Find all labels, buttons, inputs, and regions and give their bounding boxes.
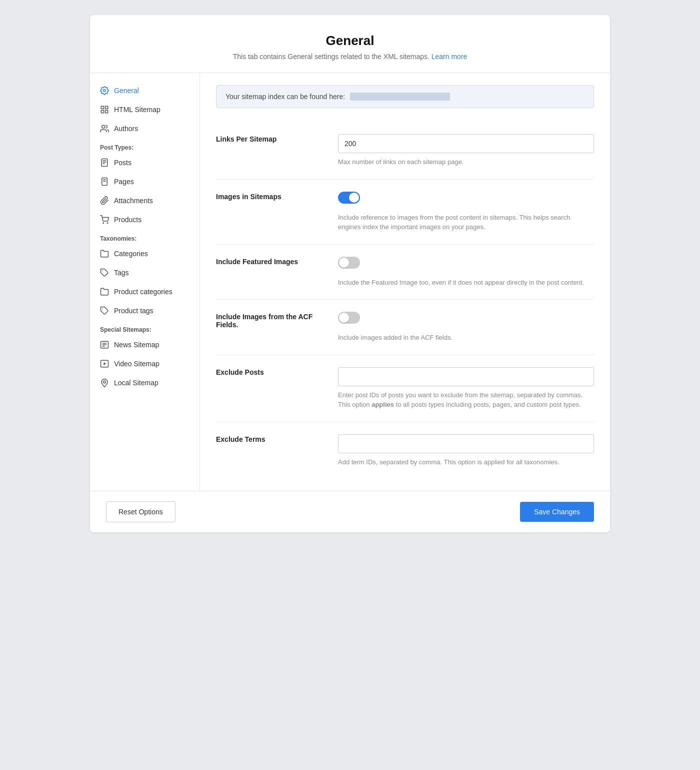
include-featured-images-hint: Include the Featured Image too, even if … [338, 278, 594, 288]
links-per-sitemap-control: Max number of links on each sitemap page… [338, 134, 594, 167]
sitemap-url-label: Your sitemap index can be found here: [226, 93, 345, 101]
svg-rect-2 [106, 106, 108, 109]
taxonomies-section-label: Taxonomies: [90, 229, 200, 244]
sidebar-item-label: Local Sitemap [114, 379, 158, 387]
document-icon [100, 158, 109, 167]
images-in-sitemaps-row: Images in Sitemaps Include reference to … [216, 180, 594, 245]
pages-icon [100, 177, 109, 186]
sidebar-item-label: Attachments [114, 197, 153, 205]
include-images-acf-label: Include Images from the ACF Fields. [216, 312, 326, 329]
product-tag-icon [100, 306, 109, 315]
sidebar-item-categories[interactable]: Categories [90, 244, 200, 263]
sidebar-item-products[interactable]: Products [90, 210, 200, 229]
sidebar-item-news-sitemap[interactable]: News Sitemap [90, 335, 200, 354]
toggle-track [338, 257, 360, 269]
links-per-sitemap-row: Links Per Sitemap Max number of links on… [216, 122, 594, 180]
images-in-sitemaps-control: Include reference to images from the pos… [338, 192, 594, 232]
links-per-sitemap-hint: Max number of links on each sitemap page… [338, 157, 594, 167]
save-changes-button[interactable]: Save Changes [520, 502, 594, 522]
pin-icon [100, 378, 109, 387]
sidebar-item-label: HTML Sitemap [114, 106, 160, 114]
sidebar-item-label: Tags [114, 269, 129, 277]
toggle-thumb [349, 193, 359, 203]
subtitle-text: This tab contains General settings relat… [233, 53, 430, 61]
sidebar-item-label: Products [114, 216, 142, 224]
learn-more-link[interactable]: Learn more [432, 53, 468, 61]
sidebar-item-posts[interactable]: Posts [90, 153, 200, 172]
svg-point-14 [107, 223, 108, 224]
include-featured-images-control: Include the Featured Image too, even if … [338, 257, 594, 288]
sitemap-url-bar: Your sitemap index can be found here: [216, 85, 594, 108]
folder-icon [100, 249, 109, 258]
sidebar-item-label: Posts [114, 159, 132, 167]
exclude-posts-label: Exclude Posts [216, 367, 326, 376]
svg-rect-4 [106, 111, 108, 113]
sidebar-item-tags[interactable]: Tags [90, 263, 200, 282]
tag-icon [100, 268, 109, 277]
sidebar: General HTML Sitemap [90, 73, 200, 491]
cart-icon [100, 215, 109, 224]
exclude-posts-input[interactable] [338, 367, 594, 386]
gear-icon [100, 86, 109, 95]
sidebar-item-pages[interactable]: Pages [90, 172, 200, 191]
exclude-posts-control: Enter post IDs of posts you want to excl… [338, 367, 594, 410]
include-images-acf-row: Include Images from the ACF Fields. Incl… [216, 300, 594, 355]
sidebar-item-product-categories[interactable]: Product categories [90, 282, 200, 301]
exclude-terms-hint: Add term IDs, separated by comma. This o… [338, 457, 594, 467]
sidebar-item-video-sitemap[interactable]: Video Sitemap [90, 354, 200, 373]
include-images-acf-toggle[interactable] [338, 312, 360, 324]
images-in-sitemaps-toggle[interactable] [338, 192, 360, 204]
sidebar-item-label: Product tags [114, 307, 154, 315]
post-types-section-label: Post Types: [90, 138, 200, 153]
exclude-terms-control: Add term IDs, separated by comma. This o… [338, 434, 594, 467]
svg-marker-22 [104, 362, 106, 365]
exclude-terms-label: Exclude Terms [216, 434, 326, 443]
sidebar-item-html-sitemap[interactable]: HTML Sitemap [90, 100, 200, 119]
exclude-terms-row: Exclude Terms Add term IDs, separated by… [216, 422, 594, 479]
svg-point-23 [104, 381, 106, 383]
sidebar-item-label: Pages [114, 178, 134, 186]
news-icon [100, 340, 109, 349]
toggle-thumb [339, 313, 349, 323]
page-header: General This tab contains General settin… [90, 15, 610, 73]
include-images-acf-control: Include images added in the ACF fields. [338, 312, 594, 343]
sitemap-url-value [350, 93, 450, 101]
sidebar-item-label: Product categories [114, 288, 172, 296]
page-footer: Reset Options Save Changes [90, 491, 610, 532]
toggle-track [338, 192, 360, 204]
main-content: Your sitemap index can be found here: Li… [200, 73, 610, 491]
svg-rect-1 [101, 106, 104, 109]
toggle-thumb [339, 258, 349, 268]
links-per-sitemap-input[interactable] [338, 134, 594, 153]
paperclip-icon [100, 196, 109, 205]
exclude-posts-hint: Enter post IDs of posts you want to excl… [338, 390, 594, 410]
svg-point-13 [103, 223, 104, 224]
sidebar-item-general[interactable]: General [90, 81, 200, 100]
include-images-acf-hint: Include images added in the ACF fields. [338, 333, 594, 343]
sidebar-item-label: Authors [114, 125, 138, 133]
exclude-terms-input[interactable] [338, 434, 594, 453]
grid-icon [100, 105, 109, 114]
body-layout: General HTML Sitemap [90, 73, 610, 491]
links-per-sitemap-label: Links Per Sitemap [216, 134, 326, 143]
sidebar-item-label: News Sitemap [114, 341, 159, 349]
sidebar-item-attachments[interactable]: Attachments [90, 191, 200, 210]
sidebar-item-authors[interactable]: Authors [90, 119, 200, 138]
page-subtitle: This tab contains General settings relat… [100, 53, 600, 61]
page-title: General [100, 33, 600, 49]
exclude-posts-row: Exclude Posts Enter post IDs of posts yo… [216, 355, 594, 422]
sidebar-item-product-tags[interactable]: Product tags [90, 301, 200, 320]
people-icon [100, 124, 109, 133]
include-featured-images-label: Include Featured Images [216, 257, 326, 266]
sidebar-item-label: Categories [114, 250, 148, 258]
svg-point-5 [102, 125, 105, 128]
sidebar-item-label: Video Sitemap [114, 360, 160, 368]
sidebar-item-label: General [114, 87, 139, 95]
include-featured-images-row: Include Featured Images Include the Feat… [216, 245, 594, 300]
folder-product-icon [100, 287, 109, 296]
images-in-sitemaps-hint: Include reference to images from the pos… [338, 213, 594, 232]
svg-rect-3 [101, 111, 104, 113]
include-featured-images-toggle[interactable] [338, 257, 360, 269]
sidebar-item-local-sitemap[interactable]: Local Sitemap [90, 373, 200, 392]
reset-options-button[interactable]: Reset Options [106, 501, 176, 522]
